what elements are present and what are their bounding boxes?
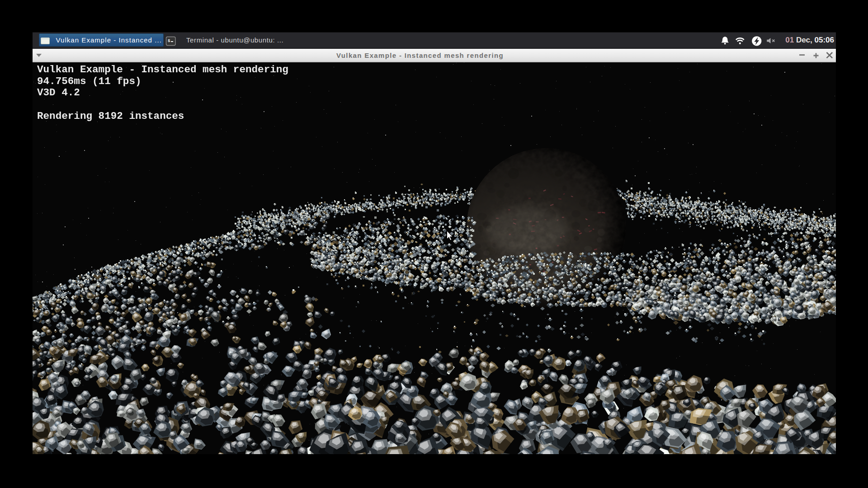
svg-text:$: $ [168,39,170,43]
